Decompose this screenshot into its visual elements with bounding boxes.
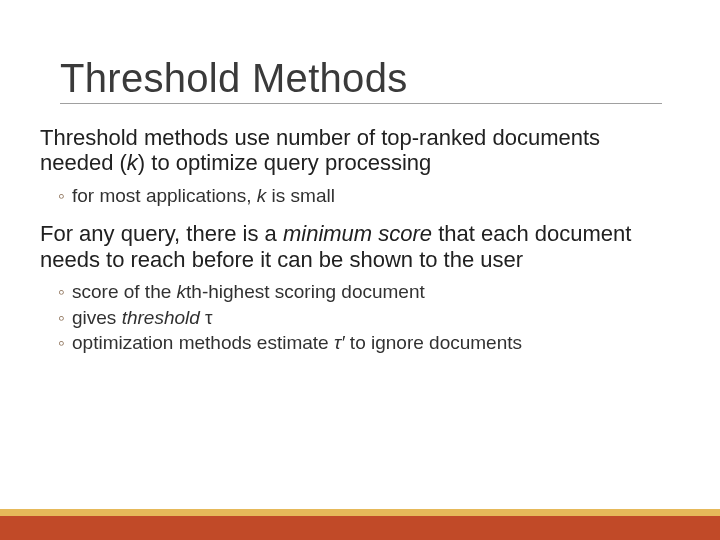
sub1-k: k [257, 185, 267, 206]
sub2a-suffix: th-highest scoring document [186, 281, 425, 302]
sub2c-suffix: to ignore documents [345, 332, 522, 353]
para2-em: minimum score [283, 221, 432, 246]
footer-bar [0, 516, 720, 540]
para2-prefix: For any query, there is a [40, 221, 283, 246]
para1-k: k [127, 150, 138, 175]
title-block: Threshold Methods [60, 56, 662, 104]
sub1-suffix: is small [266, 185, 335, 206]
sublist-1: for most applications, k is small [40, 184, 662, 208]
sub2b-em: threshold [122, 307, 200, 328]
paragraph-2: For any query, there is a minimum score … [40, 221, 662, 272]
paragraph-1: Threshold methods use number of top-rank… [40, 125, 662, 176]
sub1-prefix: for most applications, [72, 185, 257, 206]
content-area: Threshold methods use number of top-rank… [40, 125, 662, 369]
para1-suffix: ) to optimize query processing [138, 150, 431, 175]
sublist-2: score of the kth-highest scoring documen… [40, 280, 662, 355]
footer-accent-bar [0, 509, 720, 516]
sub2a-prefix: score of the [72, 281, 177, 302]
sub2c-prefix: optimization methods estimate [72, 332, 334, 353]
sub2b-prefix: gives [72, 307, 122, 328]
list-item: gives threshold τ [58, 306, 662, 330]
slide: Threshold Methods Threshold methods use … [0, 0, 720, 540]
list-item: for most applications, k is small [58, 184, 662, 208]
list-item: score of the kth-highest scoring documen… [58, 280, 662, 304]
slide-title: Threshold Methods [60, 56, 662, 104]
sub2c-tau: τ′ [334, 332, 345, 353]
sub2b-tau: τ [200, 307, 213, 328]
sub2a-k: k [177, 281, 187, 302]
list-item: optimization methods estimate τ′ to igno… [58, 331, 662, 355]
